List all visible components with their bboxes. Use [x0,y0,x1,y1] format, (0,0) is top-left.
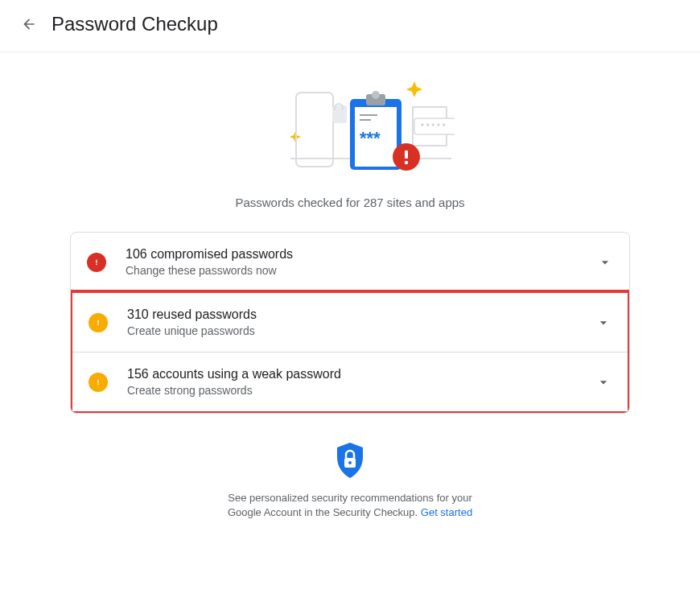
card-title: 106 compromised passwords [126,247,597,262]
card-text: 156 accounts using a weak password Creat… [127,367,595,397]
get-started-link[interactable]: Get started [421,506,472,518]
reused-passwords-card[interactable]: 310 reused passwords Create unique passw… [72,293,628,352]
page-title: Password Checkup [51,13,218,35]
main-content: * * * * * *** Passwords checked for 287 … [0,52,700,542]
svg-point-20 [348,461,352,464]
svg-rect-3 [296,93,333,167]
svg-text:***: *** [360,128,381,148]
warning-icon [89,313,108,332]
highlight-box: 310 reused passwords Create unique passw… [70,290,630,414]
compromised-passwords-card[interactable]: 106 compromised passwords Change these p… [71,233,629,291]
footer-section: See personalized security recommendation… [221,443,479,520]
chevron-down-icon [595,374,611,390]
card-title: 156 accounts using a weak password [127,367,595,381]
svg-point-12 [372,91,380,99]
weak-passwords-card[interactable]: 156 accounts using a weak password Creat… [72,352,628,411]
arrow-back-icon [21,16,37,32]
back-button[interactable] [19,14,39,34]
chevron-down-icon [595,315,611,331]
cards-container: 106 compromised passwords Change these p… [70,232,630,414]
card-subtitle: Create unique passwords [127,324,595,337]
card-subtitle: Change these passwords now [126,264,597,277]
card-subtitle: Create strong passwords [127,384,595,397]
shield-lock-icon [336,443,364,478]
footer-text: See personalized security recommendation… [221,491,479,520]
page-header: Password Checkup [0,0,700,52]
svg-point-18 [405,161,408,164]
warning-icon [89,373,108,392]
svg-text:* * * * *: * * * * * [421,122,446,131]
summary-text: Passwords checked for 287 sites and apps [235,196,464,209]
card-text: 310 reused passwords Create unique passw… [127,307,595,337]
card-title: 310 reused passwords [127,307,595,322]
chevron-down-icon [597,254,613,270]
hero-illustration: * * * * * *** [245,75,455,179]
card-text: 106 compromised passwords Change these p… [126,247,597,277]
alert-icon [87,253,106,272]
svg-rect-17 [405,150,408,159]
svg-marker-0 [406,81,422,97]
